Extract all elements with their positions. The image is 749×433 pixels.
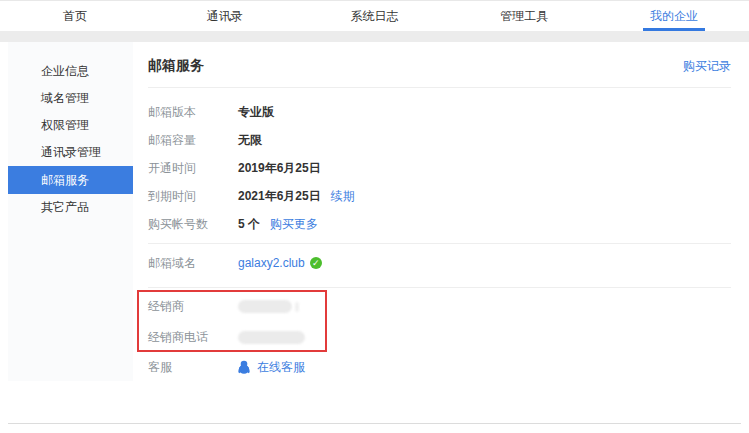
redacted-value xyxy=(238,300,292,313)
main-header: 邮箱服务 购买记录 xyxy=(148,56,731,76)
info-row-account-count: 购买帐号数 5 个 购买更多 xyxy=(148,210,731,238)
info-label: 邮箱容量 xyxy=(148,132,238,149)
mailbox-domain-link[interactable]: galaxy2.club xyxy=(238,256,305,270)
info-value: 2019年6月25日 xyxy=(238,160,321,177)
customer-service-row: 客服 在线客服 xyxy=(148,353,731,381)
sidebar-item-permission-management[interactable]: 权限管理 xyxy=(8,112,133,139)
nav-tab-system-log[interactable]: 系统日志 xyxy=(300,1,450,31)
info-label: 邮箱域名 xyxy=(148,255,238,272)
reseller-phone-row: 经销商电话 xyxy=(148,322,731,353)
sidebar-item-enterprise-info[interactable]: 企业信息 xyxy=(8,58,133,85)
main-panel: 邮箱服务 购买记录 邮箱版本 专业版 邮箱容量 无限 开通时间 2019年6月2… xyxy=(133,42,741,381)
nav-tab-my-enterprise-label: 我的企业 xyxy=(650,9,698,23)
section-divider xyxy=(148,287,731,288)
info-row-expiry-date: 到期时间 2021年6月25日 续期 xyxy=(148,182,731,210)
sidebar-item-contacts-management[interactable]: 通讯录管理 xyxy=(8,139,133,166)
section-divider xyxy=(148,243,731,244)
info-label: 经销商电话 xyxy=(148,329,238,346)
page-background-band xyxy=(0,31,749,42)
domain-row: 邮箱域名 galaxy2.club ✓ xyxy=(148,249,731,277)
info-value: 无限 xyxy=(238,132,262,149)
info-label: 经销商 xyxy=(148,298,238,315)
sidebar: 企业信息 域名管理 权限管理 通讯录管理 邮箱服务 其它产品 xyxy=(8,42,133,381)
purchase-records-link[interactable]: 购买记录 xyxy=(683,58,731,75)
reseller-row: 经销商 xyxy=(148,291,731,322)
renew-link[interactable]: 续期 xyxy=(331,188,355,205)
info-value: 5 个 xyxy=(238,216,260,233)
info-label: 购买帐号数 xyxy=(148,216,238,233)
nav-tab-admin-tools[interactable]: 管理工具 xyxy=(449,1,599,31)
info-label: 开通时间 xyxy=(148,160,238,177)
header-divider xyxy=(148,87,731,88)
redacted-value-fragment xyxy=(295,302,299,312)
sidebar-item-mailbox-service[interactable]: 邮箱服务 xyxy=(8,166,133,194)
sidebar-item-domain-management[interactable]: 域名管理 xyxy=(8,85,133,112)
nav-tab-home[interactable]: 首页 xyxy=(0,1,150,31)
page: 首页 通讯录 系统日志 管理工具 我的企业 企业信息 域名管理 权限管理 通讯录… xyxy=(0,0,749,433)
info-row-capacity: 邮箱容量 无限 xyxy=(148,126,731,154)
nav-tab-contacts[interactable]: 通讯录 xyxy=(150,1,300,31)
nav-tab-my-enterprise[interactable]: 我的企业 xyxy=(599,1,749,31)
info-label: 到期时间 xyxy=(148,188,238,205)
qq-penguin-icon xyxy=(238,360,250,374)
info-row-activation-date: 开通时间 2019年6月25日 xyxy=(148,154,731,182)
redacted-value xyxy=(238,331,305,344)
info-label: 客服 xyxy=(148,359,238,376)
info-label: 邮箱版本 xyxy=(148,104,238,121)
buy-more-link[interactable]: 购买更多 xyxy=(270,216,318,233)
reseller-section: 经销商 经销商电话 xyxy=(148,291,731,353)
info-value: 2021年6月25日 xyxy=(238,188,321,205)
sidebar-item-other-products[interactable]: 其它产品 xyxy=(8,194,133,221)
footer-divider xyxy=(8,423,741,424)
info-value: 专业版 xyxy=(238,104,274,121)
mailbox-info-section: 邮箱版本 专业版 邮箱容量 无限 开通时间 2019年6月25日 到期时间 20… xyxy=(148,98,731,238)
content-area: 企业信息 域名管理 权限管理 通讯录管理 邮箱服务 其它产品 邮箱服务 购买记录… xyxy=(8,42,741,381)
top-nav: 首页 通讯录 系统日志 管理工具 我的企业 xyxy=(0,1,749,31)
online-service-link[interactable]: 在线客服 xyxy=(257,359,305,376)
page-title: 邮箱服务 xyxy=(148,57,204,75)
check-circle-icon: ✓ xyxy=(310,257,322,269)
info-row-version: 邮箱版本 专业版 xyxy=(148,98,731,126)
